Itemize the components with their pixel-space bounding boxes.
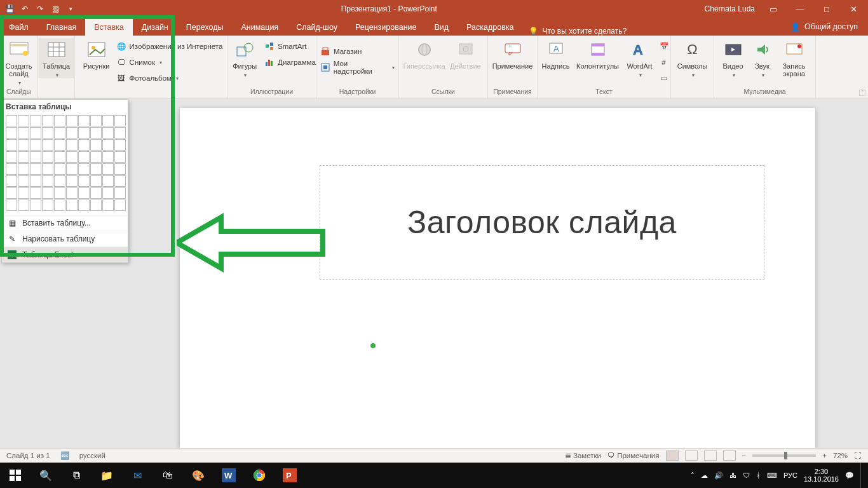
table-grid-cell[interactable] [102,187,114,199]
save-icon[interactable]: 💾 [5,4,14,13]
table-grid-cell[interactable] [42,127,53,139]
table-grid-cell[interactable] [18,151,29,163]
object-button[interactable]: ▭ [659,71,669,85]
table-grid-cell[interactable] [66,200,78,211]
minimize-icon[interactable]: — [792,4,808,14]
tray-cloud-icon[interactable]: ☁ [701,471,708,480]
table-button[interactable]: Таблица ▾ [38,38,75,78]
table-grid-cell[interactable] [54,187,65,199]
table-grid-cell[interactable] [42,115,53,126]
date-button[interactable]: 📅 [659,39,669,53]
table-grid-cell[interactable] [30,139,41,151]
ribbon-display-icon[interactable]: ▭ [765,4,782,14]
redo-icon[interactable]: ↷ [36,4,44,13]
table-grid-cell[interactable] [54,151,65,163]
table-grid-cell[interactable] [90,187,102,199]
slide-canvas-wrap[interactable]: Заголовок слайда [127,99,868,448]
table-grid-cell[interactable] [66,175,78,187]
table-grid-cell[interactable] [42,151,53,163]
tab-storyboarding[interactable]: Раскадровка [458,19,522,36]
table-grid-cell[interactable] [114,127,126,139]
table-grid-cell[interactable] [114,115,126,126]
tray-network-icon[interactable]: 🖧 [729,471,736,479]
table-grid-cell[interactable] [42,175,53,187]
zoom-in-icon[interactable]: + [822,452,827,459]
undo-icon[interactable]: ↶ [20,4,29,13]
table-grid-cell[interactable] [18,139,29,151]
draw-table-item[interactable]: ✎ Нарисовать таблицу [2,231,128,247]
zoom-out-icon[interactable]: − [742,452,747,459]
table-grid-cell[interactable] [30,163,41,175]
spellcheck-icon[interactable]: 🔤 [60,451,69,460]
table-grid-cell[interactable] [18,200,29,211]
chart-button[interactable]: Диаграмма [264,55,316,69]
status-slide[interactable]: Слайд 1 из 1 [6,452,50,459]
table-grid-cell[interactable] [54,200,65,211]
store-taskbar-icon[interactable]: 🛍 [153,463,183,488]
table-grid-cell[interactable] [6,151,17,163]
table-grid-cell[interactable] [78,127,90,139]
table-grid-cell[interactable] [102,127,114,139]
table-grid-cell[interactable] [78,115,90,126]
table-grid-cell[interactable] [90,151,102,163]
zoom-slider[interactable] [752,454,816,457]
table-grid-cell[interactable] [54,175,65,187]
table-grid-cell[interactable] [78,200,90,211]
taskview-icon[interactable]: ⧉ [61,463,92,488]
table-grid-cell[interactable] [6,127,17,139]
qat-more-icon[interactable]: ▾ [66,4,75,13]
textbox-button[interactable]: A Надпись [539,38,573,70]
search-icon[interactable]: 🔍 [31,463,61,488]
table-grid-cell[interactable] [30,175,41,187]
table-grid-cell[interactable] [114,200,126,211]
insert-table-item[interactable]: ▦ Вставить таблицу... [2,215,128,231]
table-grid-cell[interactable] [54,127,65,139]
action-center-icon[interactable]: 💬 [845,471,854,480]
table-grid-cell[interactable] [6,187,17,199]
tab-transitions[interactable]: Переходы [177,19,233,36]
show-desktop[interactable] [860,463,864,488]
table-grid-cell[interactable] [30,151,41,163]
table-grid-cell[interactable] [114,163,126,175]
screenshot-button[interactable]: 🖵Снимок▾ [116,55,223,69]
collapse-ribbon-icon[interactable]: ˄ [859,90,865,96]
table-grid-cell[interactable] [78,175,90,187]
table-grid-cell[interactable] [42,163,53,175]
table-grid-cell[interactable] [102,200,114,211]
slide[interactable]: Заголовок слайда [180,108,815,448]
table-size-grid[interactable] [2,114,128,215]
table-grid-cell[interactable] [30,187,41,199]
status-language[interactable]: русский [79,452,105,459]
word-icon[interactable]: W [214,463,244,488]
title-placeholder[interactable]: Заголовок слайда [320,165,764,280]
table-grid-cell[interactable] [42,200,53,211]
table-grid-cell[interactable] [30,127,41,139]
excel-table-item[interactable]: x Таблица Excel [2,247,128,262]
table-grid-cell[interactable] [102,151,114,163]
startfrom-icon[interactable]: ▧ [51,4,60,13]
table-grid-cell[interactable] [102,139,114,151]
table-grid-cell[interactable] [66,139,78,151]
paint-icon[interactable]: 🎨 [183,463,214,488]
smartart-button[interactable]: SmartArt [264,39,316,53]
table-grid-cell[interactable] [114,151,126,163]
table-grid-cell[interactable] [66,163,78,175]
table-grid-cell[interactable] [90,175,102,187]
table-grid-cell[interactable] [102,163,114,175]
tray-bt-icon[interactable]: ᚼ [756,471,761,479]
table-grid-cell[interactable] [42,139,53,151]
user-name[interactable]: Chernata Luda [705,4,755,13]
slideshow-view-icon[interactable] [723,451,736,461]
headerfooter-button[interactable]: Колонтитулы [575,38,621,70]
screenrecord-button[interactable]: Запись экрана [778,38,811,78]
wordart-button[interactable]: A WordArt▾ [623,38,656,78]
sorter-view-icon[interactable] [685,451,698,461]
table-grid-cell[interactable] [66,151,78,163]
online-pictures-button[interactable]: 🌐Изображения из Интернета [116,39,223,53]
table-grid-cell[interactable] [54,115,65,126]
start-button[interactable] [0,463,31,488]
table-grid-cell[interactable] [6,200,17,211]
symbols-button[interactable]: Ω Символы▾ [674,38,711,78]
photoalbum-button[interactable]: 🖼Фотоальбом▾ [116,71,223,85]
table-grid-cell[interactable] [90,139,102,151]
